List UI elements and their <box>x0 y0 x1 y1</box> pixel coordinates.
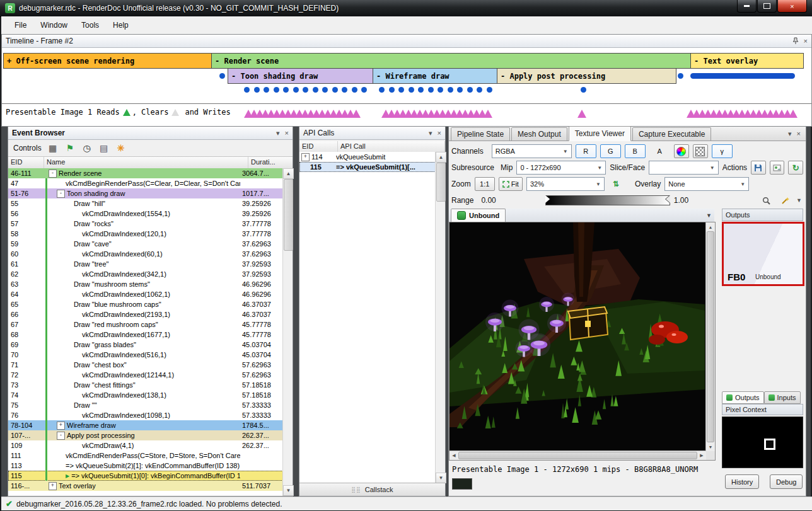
pixel-context-header[interactable]: Pixel Context <box>722 404 803 415</box>
stats-icon[interactable]: ▤ <box>98 142 110 154</box>
event-dot[interactable] <box>418 87 424 93</box>
event-dot[interactable] <box>581 87 586 93</box>
scroll-up-icon[interactable]: ▲ <box>436 152 446 163</box>
expand-icon[interactable]: + <box>57 422 65 430</box>
expand-icon[interactable]: + <box>301 153 310 161</box>
tab-texture-viewer[interactable]: Texture Viewer <box>569 126 631 141</box>
event-dot[interactable] <box>467 87 473 93</box>
event-row[interactable]: 111vkCmdEndRenderPass(C=Store, D=Store, … <box>8 451 283 461</box>
api-call-row[interactable]: +114vkQueueSubmit <box>299 152 436 162</box>
title-bar[interactable]: R debugmarker.rdc - RenderDoc Unofficial… <box>0 0 812 17</box>
export-button[interactable] <box>770 161 785 175</box>
channel-a-button[interactable]: A <box>649 144 670 158</box>
inputs-tab[interactable]: Inputs <box>764 391 801 404</box>
scroll-right-icon[interactable]: ▶ <box>697 451 706 460</box>
slice-select[interactable]: ▼ <box>649 161 718 175</box>
event-row[interactable]: 71Draw "chest box"57.62963 <box>8 360 283 370</box>
event-dot[interactable] <box>398 87 404 93</box>
event-row[interactable]: 107-...-Apply post processing262.37... <box>8 430 283 440</box>
event-row[interactable]: 62vkCmdDrawIndexed(342,1)37.92593 <box>8 269 283 279</box>
event-dot[interactable] <box>332 87 338 93</box>
event-row[interactable]: 65Draw "blue mushroom caps"46.37037 <box>8 299 283 309</box>
channel-b-button[interactable]: B <box>625 144 646 158</box>
scroll-down-icon[interactable]: ▼ <box>283 485 294 496</box>
event-row[interactable]: 64vkCmdDrawIndexed(1062,1)46.96296 <box>8 289 283 299</box>
outputs-header[interactable]: Outputs <box>722 209 803 221</box>
tab-pipeline-state[interactable]: Pipeline State <box>451 127 510 141</box>
scroll-up-icon[interactable]: ▲ <box>283 168 294 179</box>
flag-icon[interactable]: ⚑ <box>64 142 76 154</box>
event-capsule[interactable] <box>690 73 795 79</box>
scroll-thumb[interactable] <box>436 163 446 202</box>
event-dot[interactable] <box>409 87 414 93</box>
event-row[interactable]: 109vkCmdDraw(4,1)262.37... <box>8 440 283 451</box>
event-row[interactable]: 60vkCmdDrawIndexed(60,1)37.62963 <box>8 249 283 259</box>
event-dot[interactable] <box>457 87 463 93</box>
zoom-1-1-button[interactable]: 1:1 <box>475 177 495 191</box>
scroll-thumb[interactable] <box>707 231 714 442</box>
timeline-marker[interactable]: - Toon shading draw <box>228 68 380 84</box>
gamma-button[interactable]: γ <box>712 144 733 158</box>
menu-window[interactable]: Window <box>33 18 74 33</box>
event-row[interactable]: 69Draw "grass blades"45.03704 <box>8 340 283 350</box>
expander-icon[interactable]: ▼ <box>796 197 802 204</box>
event-row[interactable]: 58vkCmdDrawIndexed(120,1)37.77778 <box>8 229 283 239</box>
scroll-down-icon[interactable]: ▼ <box>436 473 446 483</box>
callstack-bar[interactable]: ⣿⣿ Callstack <box>299 483 445 496</box>
event-dot[interactable] <box>477 87 482 93</box>
event-row[interactable]: 70vkCmdDrawIndexed(516,1)45.03704 <box>8 350 283 360</box>
channels-select[interactable]: RGBA▼ <box>492 144 572 158</box>
api-column-call[interactable]: API Call <box>338 141 445 152</box>
column-eid[interactable]: EID <box>8 157 44 168</box>
event-row[interactable]: 72vkCmdDrawIndexed(12144,1)57.62963 <box>8 370 283 380</box>
scroll-thumb[interactable] <box>458 452 697 459</box>
event-row[interactable]: 115▶=> vkQueueSubmit(1)[0]: vkBeginComma… <box>8 471 283 481</box>
zoom-range-button[interactable] <box>758 193 774 207</box>
scroll-up-icon[interactable]: ▲ <box>706 222 715 231</box>
event-row[interactable]: 76vkCmdDrawIndexed(1098,1)57.33333 <box>8 410 283 420</box>
event-row[interactable]: 73Draw "chest fittings"57.18518 <box>8 380 283 390</box>
timeline-marker[interactable]: - Render scene <box>211 53 696 69</box>
grid-icon[interactable]: ▦ <box>47 142 59 154</box>
event-browser-scrollbar[interactable]: ▲ ▼ <box>282 168 293 496</box>
save-button[interactable] <box>751 161 766 175</box>
minimize-button[interactable] <box>737 0 757 13</box>
event-dot[interactable] <box>428 87 434 93</box>
viewport-horizontal-scrollbar[interactable]: ◀ ▶ <box>450 451 706 460</box>
event-row[interactable]: 74vkCmdDrawIndexed(138,1)57.18518 <box>8 390 283 400</box>
event-row[interactable]: 46-111-Render scene3064.7... <box>8 168 283 178</box>
event-dot[interactable] <box>219 73 225 79</box>
event-dot[interactable] <box>361 87 367 93</box>
timeline-marker[interactable]: + Off-screen scene rendering <box>3 53 217 69</box>
close-button[interactable]: × <box>777 0 807 13</box>
event-row[interactable]: 75Draw ""57.33333 <box>8 400 283 410</box>
fb0-thumbnail[interactable]: FB0 Unbound <box>722 222 804 286</box>
event-dot[interactable] <box>303 87 308 93</box>
channel-r-button[interactable]: R <box>576 144 596 158</box>
event-dot[interactable] <box>678 73 683 79</box>
event-dot[interactable] <box>448 87 453 93</box>
event-dot[interactable] <box>313 87 318 93</box>
tab-capture-executable[interactable]: Capture Executable <box>632 127 711 141</box>
refresh-button[interactable]: ↻ <box>788 161 803 175</box>
debug-button[interactable]: Debug <box>770 474 803 489</box>
timeline-body[interactable]: Presentable Image 1 Reads , Clears and W… <box>2 48 811 125</box>
event-dot[interactable] <box>264 87 269 93</box>
event-row[interactable]: 51-76-Toon shading draw1017.7... <box>8 188 283 198</box>
api-call-row[interactable]: 115=> vkQueueSubmit(1)[... <box>299 162 436 172</box>
event-dot[interactable] <box>283 87 289 93</box>
event-dot[interactable] <box>293 87 299 93</box>
event-dot[interactable] <box>342 87 347 93</box>
zoom-select[interactable]: 32%▼ <box>526 177 605 191</box>
event-dot[interactable] <box>379 87 385 93</box>
event-row[interactable]: 57Draw "rocks"37.77778 <box>8 219 283 229</box>
collapse-icon[interactable]: - <box>57 432 65 440</box>
event-row[interactable]: 56vkCmdDrawIndexed(1554,1)39.25926 <box>8 209 283 219</box>
bookmark-icon[interactable]: ✳ <box>115 142 127 154</box>
column-name[interactable]: Name <box>44 157 248 168</box>
pixel-context-view[interactable] <box>722 416 803 468</box>
event-row[interactable]: 116-...+Text overlay511.7037 <box>8 481 283 491</box>
range-max-handle[interactable] <box>666 195 670 203</box>
expand-icon[interactable]: + <box>49 482 57 490</box>
maximize-button[interactable] <box>757 0 777 13</box>
